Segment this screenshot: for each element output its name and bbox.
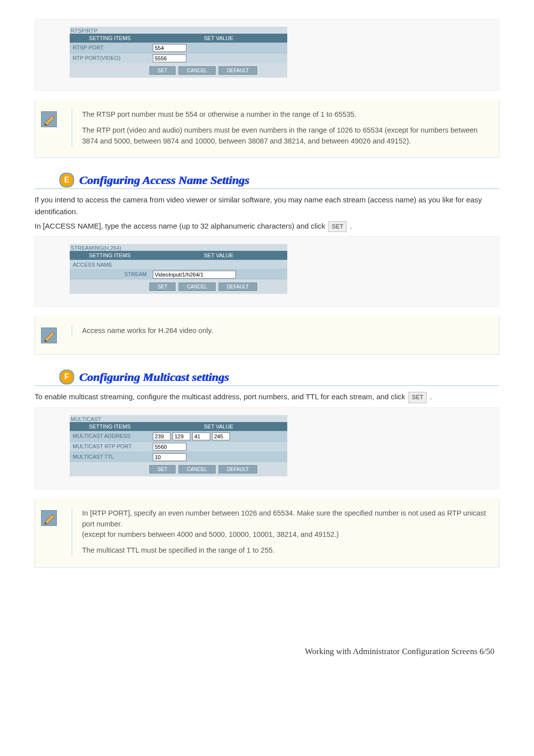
cancel-button[interactable]: CANCEL — [178, 66, 216, 75]
rtp-port-video-input[interactable] — [153, 54, 186, 62]
pencil-note-icon — [41, 510, 57, 526]
rtp-port-video-label: RTP PORT(VIDEO) — [70, 53, 150, 63]
multicast-ttl-label: MULTICAST TTL — [70, 452, 150, 462]
section-f-para1: To enable multicast streaming, configure… — [35, 391, 499, 403]
panel-title: STREAMING(H.264) — [70, 244, 287, 251]
badge-f: F — [59, 370, 74, 384]
rtsp-port-label: RTSP PORT — [70, 43, 150, 53]
default-button[interactable]: DEFAULT — [219, 283, 257, 291]
default-button[interactable]: DEFAULT — [219, 465, 257, 473]
page-footer: Working with Administrator Configuration… — [35, 647, 499, 657]
col-set-value: SET VALUE — [150, 251, 287, 260]
section-e-heading: E Configuring Access Name Settings — [35, 173, 499, 189]
set-button[interactable]: SET — [149, 465, 176, 473]
stream-label: STREAM — [70, 270, 150, 280]
multicast-ttl-input[interactable] — [153, 453, 186, 461]
table-row: STREAM — [70, 269, 287, 280]
note-text: The RTSP port number must be 554 or othe… — [82, 109, 489, 120]
panel-title: MULTICAST — [70, 415, 287, 422]
cancel-button[interactable]: CANCEL — [178, 465, 216, 473]
note-access-name: Access name works for H.264 video only. — [35, 316, 499, 355]
addr-oct-2[interactable] — [173, 432, 190, 440]
svg-marker-2 — [45, 332, 54, 341]
col-set-value: SET VALUE — [150, 422, 287, 431]
heading-text: Configuring Access Name Settings — [79, 174, 249, 187]
col-set-value: SET VALUE — [150, 34, 287, 43]
svg-marker-4 — [45, 515, 54, 524]
set-inline-label: SET — [408, 392, 427, 403]
access-name-subhead: ACCESS NAME — [70, 260, 287, 269]
set-button[interactable]: SET — [149, 283, 176, 291]
multicast-rtp-port-input[interactable] — [153, 443, 186, 451]
note-text: Access name works for H.264 video only. — [82, 326, 213, 336]
set-inline-label: SET — [328, 221, 347, 233]
set-button[interactable]: SET — [149, 66, 176, 75]
col-setting-items: SETTING ITEMS — [70, 34, 150, 43]
section-e-para1: If you intend to access the camera from … — [35, 194, 499, 217]
multicast-rtp-port-label: MULTICAST RTP PORT — [70, 442, 150, 452]
note-text: In [RTP PORT], specify an even number be… — [82, 508, 489, 540]
table-row: RTSP PORT — [70, 43, 287, 53]
badge-e: E — [59, 173, 74, 188]
streaming-panel: STREAMING(H.264) SETTING ITEMS SET VALUE… — [35, 236, 499, 307]
table-row: MULTICAST ADDRESS — [70, 431, 287, 441]
multicast-address-label: MULTICAST ADDRESS — [70, 431, 150, 441]
table-row: RTP PORT(VIDEO) — [70, 53, 287, 63]
rtsp-rtp-panel: RTSP/RTP SETTING ITEMS SET VALUE RTSP PO… — [35, 19, 499, 91]
note-multicast: In [RTP PORT], specify an even number be… — [35, 498, 499, 567]
note-rtsp: The RTSP port number must be 554 or othe… — [35, 99, 499, 158]
stream-input[interactable] — [153, 271, 236, 279]
note-text: The RTP port (video and audio) numbers m… — [82, 125, 489, 147]
addr-oct-3[interactable] — [192, 432, 210, 440]
col-setting-items: SETTING ITEMS — [70, 422, 150, 431]
addr-oct-1[interactable] — [153, 432, 171, 440]
multicast-panel: MULTICAST SETTING ITEMS SET VALUE MULTIC… — [35, 407, 499, 489]
default-button[interactable]: DEFAULT — [219, 66, 257, 75]
section-e-para2: In [ACCESS NAME], type the access name (… — [35, 220, 499, 233]
cancel-button[interactable]: CANCEL — [178, 283, 216, 291]
panel-title: RTSP/RTP — [70, 27, 287, 34]
pencil-note-icon — [41, 111, 57, 127]
pencil-note-icon — [41, 328, 57, 343]
table-row: MULTICAST RTP PORT — [70, 441, 287, 452]
svg-marker-0 — [45, 116, 54, 125]
rtsp-port-input[interactable] — [153, 44, 186, 52]
section-f-heading: F Configuring Multicast settings — [35, 370, 499, 386]
table-row: MULTICAST TTL — [70, 452, 287, 462]
note-text: The multicast TTL must be specified in t… — [82, 545, 489, 556]
addr-oct-4[interactable] — [212, 432, 230, 440]
heading-text: Configuring Multicast settings — [79, 371, 229, 384]
col-setting-items: SETTING ITEMS — [70, 251, 150, 260]
